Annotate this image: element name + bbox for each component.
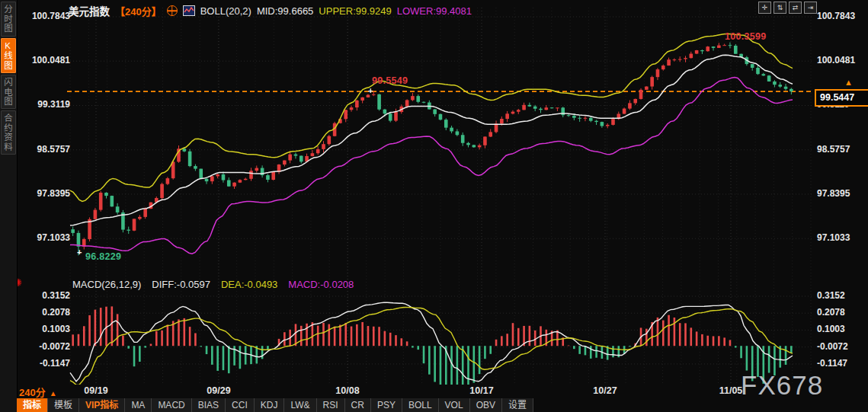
y-axis-label-left: 99.3119 [18, 99, 70, 110]
y-axis-label-right: 100.7843 [817, 11, 867, 21]
macd-axis-label-left: 0.2078 [18, 307, 70, 318]
sidebar-tab-contract-info[interactable]: 合约资料 [1, 110, 16, 155]
price-marker-cross: + [368, 86, 373, 95]
toolbar-item-obv[interactable]: OBV [470, 398, 502, 412]
toolbar-item-cr[interactable]: CR [345, 398, 371, 412]
chart-header: 美元指数 【240分】 BOLL(20,2) MID:99.6665 UPPER… [69, 5, 472, 17]
interval-label[interactable]: 240分▲ [19, 385, 57, 399]
toolbar-item-kdj[interactable]: KDJ [255, 398, 285, 412]
indicator-toolbar: 指标模板VIP指标MAMACDBIASCCIKDJLW&RSICRPSYBOLL… [17, 398, 533, 412]
chart-tools: ✛⇅⇄⇥ [758, 2, 817, 14]
toolbar-item-psy[interactable]: PSY [371, 398, 402, 412]
macd-dea-line [70, 308, 793, 385]
circle-plus-icon[interactable] [167, 5, 178, 16]
price-annotation: 100.3599 [725, 31, 767, 42]
x-axis-label: 10/27 [582, 385, 628, 396]
candlesticks [71, 43, 793, 256]
x-axis-label: 09/29 [196, 385, 242, 396]
macd-axis-label-right: -0.1147 [817, 358, 867, 369]
macd-axis-label-left: 0.1003 [18, 324, 70, 334]
macd-axis-label-right: 0.1003 [817, 324, 867, 334]
toolbar-item-vol[interactable]: VOL [439, 398, 470, 412]
macd-title: MACD(26,12,9) [72, 279, 141, 290]
macd-axis-label-left: -0.1147 [18, 358, 70, 369]
boll-lower-line [70, 78, 793, 254]
price-annotation: 99.5549 [372, 75, 408, 86]
y-axis-label-left: 100.0481 [18, 55, 70, 65]
boll-bands [70, 34, 793, 254]
boll-lower-value: LOWER:99.4081 [397, 5, 472, 17]
toolbar-item-cci[interactable]: CCI [226, 398, 255, 412]
y-axis-label-left: 97.8395 [18, 188, 70, 199]
x-axis-label: 09/19 [73, 385, 119, 396]
y-axis-label-right: 100.0481 [817, 55, 867, 65]
chart-canvas[interactable] [0, 0, 868, 412]
toolbar-item-lwr[interactable]: LW& [284, 398, 316, 412]
sidebar-tab-time-chart[interactable]: 分时图 [1, 2, 16, 37]
mini-chart-icon[interactable] [183, 5, 195, 16]
macd-axis-label-left: 0.3152 [18, 290, 70, 301]
boll-mid-value: MID:99.6665 [257, 5, 313, 17]
macd-axis-label-right: -0.0072 [817, 341, 867, 352]
macd-axis-label-right: 0.3152 [817, 290, 867, 301]
sidebar: 分时图K线图闪电图合约资料 [0, 0, 18, 412]
chart-app: 分时图K线图闪电图合约资料 ✺ 美元指数 【240分】 BOLL(20,2) M… [0, 0, 868, 412]
interval-arrow-icon: ▲ [50, 389, 57, 398]
interval-text: 240分 [19, 387, 46, 398]
toolbar-item-template[interactable]: 模板 [48, 398, 79, 412]
y-axis-label-left: 98.5757 [18, 144, 70, 155]
x-axis-label: 10/17 [459, 385, 504, 396]
y-axis-label-right: 97.1033 [817, 232, 867, 243]
toolbar-item-rsi[interactable]: RSI [317, 398, 345, 412]
x-axis-label: 11/05 [708, 385, 754, 396]
boll-label: BOLL(20,2) [200, 5, 251, 17]
sidebar-tab-flash-chart[interactable]: 闪电图 [1, 75, 16, 110]
boll-mid-line [70, 55, 793, 225]
toolbar-item-boll[interactable]: BOLL [402, 398, 439, 412]
sidebar-tab-kline-chart[interactable]: K线图 [1, 38, 16, 73]
macd-axis-label-left: -0.0072 [18, 341, 70, 352]
price-annotation: 96.8229 [85, 251, 121, 262]
scale-vertical-icon[interactable]: ⇅ [774, 2, 786, 14]
macd-header: MACD(26,12,9) DIFF:-0.0597 DEA:-0.0493 M… [72, 279, 354, 290]
macd-diff-value: DIFF:-0.0597 [152, 279, 210, 290]
y-axis-label-right: 98.5757 [817, 144, 867, 155]
y-axis-label-left: 100.7843 [18, 11, 70, 21]
scale-horizontal-icon[interactable]: ⇄ [789, 2, 802, 14]
macd-dea-value: DEA:-0.0493 [221, 279, 277, 290]
toolbar-item-ma[interactable]: MA [125, 398, 152, 412]
last-price-tag: 99.5447 [815, 89, 868, 107]
toolbar-item-indicator[interactable]: 指标 [17, 398, 48, 412]
interval-badge: 【240分】 [115, 4, 162, 18]
crosshair-icon[interactable]: ✛ [758, 2, 771, 14]
boll-upper-value: UPPER:99.9249 [319, 5, 391, 17]
y-axis-label-left: 97.1033 [18, 232, 70, 243]
pan-right-icon[interactable]: ⇥ [804, 2, 817, 14]
symbol-name: 美元指数 [69, 3, 110, 18]
toolbar-item-settings[interactable]: 设置 [502, 398, 533, 412]
macd-axis-label-right: 0.2078 [817, 307, 867, 318]
price-marker-cross: + [77, 248, 82, 257]
y-axis-label-right: 97.8395 [817, 188, 867, 199]
x-axis-label: 10/08 [325, 385, 370, 396]
macd-macd-value: MACD:-0.0208 [288, 279, 354, 290]
price-tag-arrow-icon[interactable]: ▲ [844, 78, 853, 87]
toolbar-item-bias[interactable]: BIAS [192, 398, 226, 412]
toolbar-item-macd[interactable]: MACD [152, 398, 191, 412]
toolbar-item-vip-indicator[interactable]: VIP指标 [79, 398, 125, 412]
